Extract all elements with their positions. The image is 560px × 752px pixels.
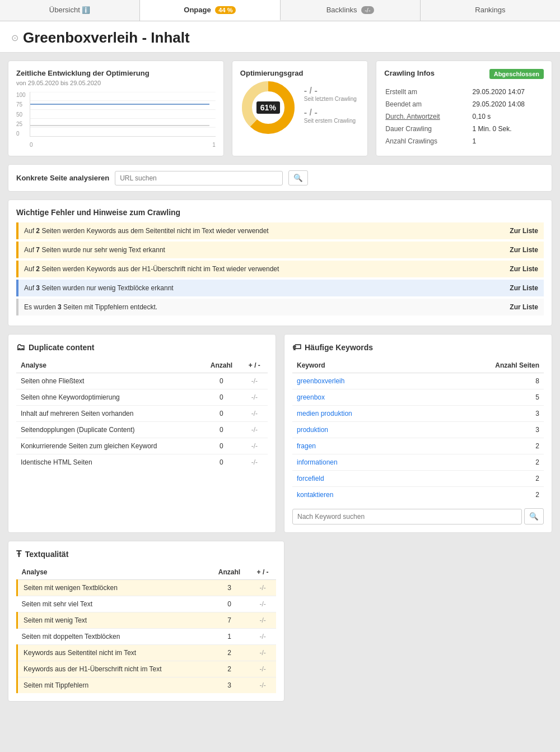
tq-anzahl-6: 3 [209, 677, 249, 694]
keyword-row: greenbox 5 [292, 389, 544, 406]
tq-delta-3: -/- [249, 629, 276, 645]
col-delta: + / - [241, 358, 268, 373]
crawling-label-antwortzeit: Durch. Antwortzeit [385, 111, 471, 122]
keywords-header: Keyword Anzahl Seiten [292, 358, 544, 373]
chart-y-labels: 100 75 50 25 0 [16, 92, 29, 137]
crawling-header: Crawling Infos Abgeschlossen [384, 69, 544, 80]
error-row-4: Auf 3 Seiten wurden nur wenig Textblöcke… [16, 280, 544, 296]
dup-anzahl-4: 0 [202, 438, 241, 454]
stat-last-crawling: - / - Seit letztem Crawling [304, 86, 360, 102]
stat2-label: Seit erstem Crawling [304, 118, 360, 124]
textquality-row: Seiten mit wenig Text 7 -/- [17, 612, 277, 629]
dup-analyse-4: Konkurrierende Seiten zum gleichen Keywo… [16, 438, 202, 454]
tab-rankings[interactable]: Rankings [421, 0, 560, 21]
tab-onpage[interactable]: Onpage 44 % [140, 0, 280, 21]
errors-title: Wichtige Fehler und Hinweise zum Crawlin… [16, 208, 544, 217]
kw-count-4: 2 [430, 438, 544, 454]
textquality-row: Seiten mit Tippfehlern 3 -/- [17, 677, 277, 694]
crawling-card: Crawling Infos Abgeschlossen Erstellt am… [376, 61, 552, 156]
crawling-label-anzahl: Anzahl Crawlings [385, 136, 471, 147]
kw-keyword-0[interactable]: greenboxverleih [292, 373, 430, 389]
duplicate-row: Inhalt auf mehreren Seiten vorhanden 0 -… [16, 406, 268, 422]
kw-keyword-7[interactable]: kontaktieren [292, 487, 430, 503]
tq-anzahl-3: 1 [209, 629, 249, 645]
dup-anzahl-1: 0 [202, 389, 241, 406]
textquality-row: Seiten mit doppelten Textblöcken 1 -/- [17, 629, 277, 645]
textquality-row: Keywords aus Seitentitel nicht im Text 2… [17, 645, 277, 661]
textquality-row: Keywords aus der H1-Überschrift nicht im… [17, 661, 277, 677]
stat1-value: - / - [304, 86, 360, 96]
crawling-label-beendet: Beendet am [385, 99, 471, 110]
tq-analyse-3: Seiten mit doppelten Textblöcken [17, 629, 209, 645]
chart-title: Zeitliche Entwicklung der Optimierung [16, 69, 216, 77]
kw-keyword-1[interactable]: greenbox [292, 389, 430, 406]
chart-subtitle: von 29.05.2020 bis 29.05.2020 [16, 80, 216, 86]
top-row: Zeitliche Entwicklung der Optimierung vo… [8, 61, 552, 156]
stat2-value: - / - [304, 108, 360, 118]
keyword-row: forcefield 2 [292, 471, 544, 487]
optimization-card: Optimierungsgrad 61% - / - Seit letztem … [232, 61, 368, 156]
url-search-bar: Konkrete Seite analysieren 🔍 [8, 164, 552, 192]
kw-count-7: 2 [430, 487, 544, 503]
dup-anzahl-3: 0 [202, 422, 241, 438]
kw-keyword-4[interactable]: fragen [292, 438, 430, 454]
error-text-5: Es wurden 3 Seiten mit Tippfehlern entde… [24, 303, 504, 311]
zur-liste-4[interactable]: Zur Liste [510, 284, 538, 292]
page-title-area: ⊙ Greenboxverleih - Inhalt [0, 21, 560, 53]
duplicate-row: Seitendopplungen (Duplicate Content) 0 -… [16, 422, 268, 438]
kw-keyword-5[interactable]: informationen [292, 454, 430, 471]
dup-delta-5: -/- [241, 454, 268, 471]
chart-x-labels: 0 1 [30, 142, 216, 148]
tq-analyse-6: Seiten mit Tippfehlern [17, 677, 209, 694]
keyword-search-button[interactable]: 🔍 [524, 508, 544, 524]
textquality-header: Analyse Anzahl + / - [17, 565, 277, 580]
tab-uebersicht-icon: ℹ️ [82, 6, 90, 14]
tab-uebersicht[interactable]: Übersicht ℹ️ [0, 0, 140, 21]
chart-container: 100 75 50 25 0 [16, 92, 216, 148]
zur-liste-2[interactable]: Zur Liste [510, 246, 538, 254]
tq-anzahl-2: 7 [209, 612, 249, 629]
tq-col-anzahl: Anzahl [209, 565, 249, 580]
url-search-input[interactable] [115, 171, 283, 185]
donut-container: 61% [240, 80, 296, 136]
chart-card: Zeitliche Entwicklung der Optimierung vo… [8, 61, 224, 156]
tq-analyse-4: Keywords aus Seitentitel nicht im Text [17, 645, 209, 661]
donut-percent: 61% [256, 101, 280, 114]
crawling-title: Crawling Infos [384, 69, 435, 77]
tab-uebersicht-label: Übersicht [49, 6, 80, 14]
error-text-2: Auf 7 Seiten wurde nur sehr wenig Text e… [24, 246, 504, 254]
crawling-status: Abgeschlossen [489, 69, 544, 79]
tq-delta-5: -/- [249, 661, 276, 677]
crawling-value-anzahl: 1 [473, 136, 543, 147]
chart-area [30, 92, 216, 137]
dup-delta-4: -/- [241, 438, 268, 454]
error-text-4: Auf 3 Seiten wurden nur wenig Textblöcke… [24, 284, 504, 292]
page-title: Greenboxverleih - Inhalt [23, 29, 190, 47]
page-icon: ⊙ [11, 33, 18, 43]
url-search-button[interactable]: 🔍 [288, 170, 308, 185]
dup-analyse-3: Seitendopplungen (Duplicate Content) [16, 422, 202, 438]
kw-keyword-6[interactable]: forcefield [292, 471, 430, 487]
kw-count-2: 3 [430, 406, 544, 422]
crawling-info-table: Erstellt am 29.05.2020 14:07 Beendet am … [384, 85, 544, 148]
duplicate-row: Konkurrierende Seiten zum gleichen Keywo… [16, 438, 268, 454]
tq-anzahl-1: 0 [209, 596, 249, 612]
textquality-row: Seiten mit sehr viel Text 0 -/- [17, 596, 277, 612]
kw-keyword-3[interactable]: produktion [292, 422, 430, 438]
kw-keyword-2[interactable]: medien produktion [292, 406, 430, 422]
crawling-row-erstellt: Erstellt am 29.05.2020 14:07 [385, 86, 543, 98]
textquality-row: Ŧ Textqualität Analyse Anzahl + / - Seit… [8, 541, 552, 702]
tab-backlinks[interactable]: Backlinks -/- [281, 0, 421, 21]
error-row-3: Auf 2 Seiten werden Keywords aus der H1-… [16, 261, 544, 277]
zur-liste-1[interactable]: Zur Liste [510, 227, 538, 235]
keyword-search-input[interactable] [292, 509, 522, 524]
col-keyword-count: Anzahl Seiten [430, 358, 544, 373]
error-row-1: Auf 2 Seiten werden Keywords aus dem Sei… [16, 222, 544, 239]
duplicate-card: 🗂 Duplicate content Analyse Anzahl + / -… [8, 334, 276, 533]
keyword-row: medien produktion 3 [292, 406, 544, 422]
zur-liste-3[interactable]: Zur Liste [510, 265, 538, 273]
dup-delta-0: -/- [241, 373, 268, 389]
main-content: Zeitliche Entwicklung der Optimierung vo… [0, 53, 560, 717]
zur-liste-5[interactable]: Zur Liste [510, 303, 538, 311]
crawling-row-beendet: Beendet am 29.05.2020 14:08 [385, 99, 543, 110]
